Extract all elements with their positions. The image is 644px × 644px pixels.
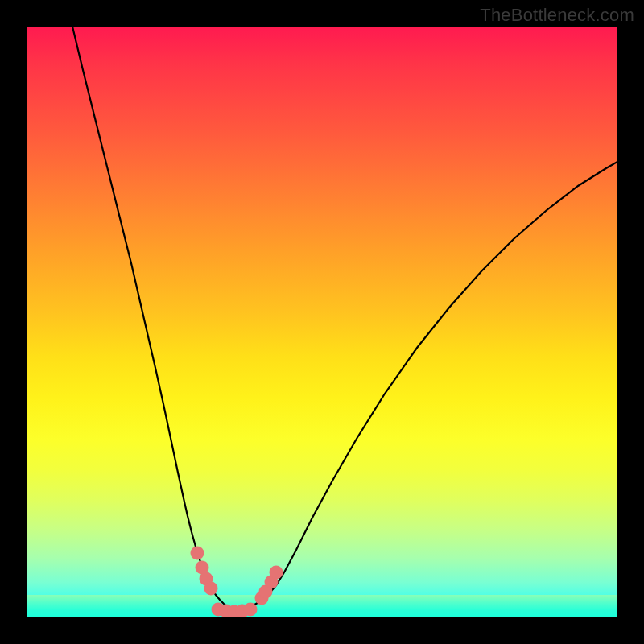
chart-plot-area <box>27 27 617 617</box>
data-marker <box>244 603 258 617</box>
curve-group <box>72 27 617 611</box>
watermark-text: TheBottleneck.com <box>480 5 634 26</box>
marker-group <box>191 547 283 618</box>
data-marker <box>270 566 283 580</box>
data-marker <box>204 582 218 596</box>
data-marker <box>191 547 204 560</box>
right-curve <box>236 162 617 611</box>
left-curve <box>72 27 236 611</box>
chart-svg <box>27 27 617 617</box>
